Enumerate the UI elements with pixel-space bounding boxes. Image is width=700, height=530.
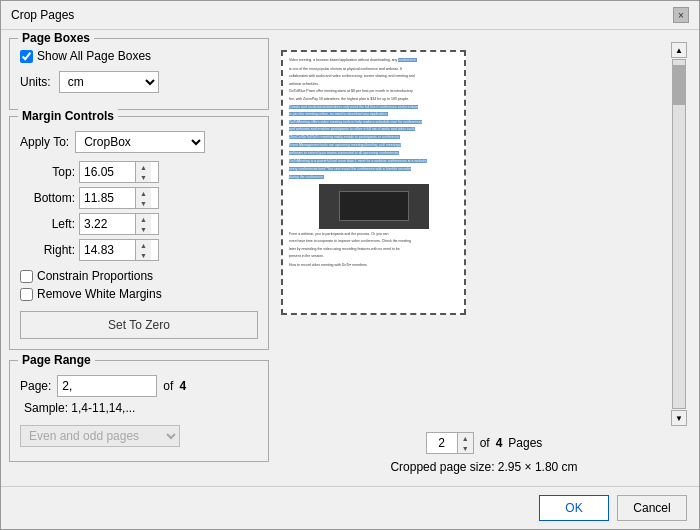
title-bar: Crop Pages × [1,1,699,30]
preview-container: Video meeting, a browser-based applicati… [281,50,466,315]
preview-area: Video meeting, a browser-based applicati… [281,42,687,426]
footer-buttons: OK Cancel [539,495,687,521]
page-nav-spinbox[interactable]: 2 ▲ ▼ [426,432,474,454]
left-spin-up[interactable]: ▲ [136,214,151,224]
page-input[interactable]: 2, [57,375,157,397]
bottom-spin-down[interactable]: ▼ [136,198,151,208]
page-nav-of: of [480,436,490,450]
cropped-size-row: Cropped page size: 2.95 × 1.80 cm [390,460,577,474]
remove-white-checkbox[interactable] [20,288,33,301]
dialog-title: Crop Pages [11,8,74,22]
crop-pages-dialog: Crop Pages × Page Boxes Show All Page Bo… [0,0,700,530]
page-row: Page: 2, of 4 [20,375,258,397]
page-nav-down[interactable]: ▼ [458,443,473,453]
cancel-button[interactable]: Cancel [617,495,687,521]
show-all-checkbox[interactable] [20,50,33,63]
top-label: Top: [20,165,75,179]
margin-grid: Top: 16.05 ▲ ▼ Bottom: 11.85 ▲ [20,161,258,261]
set-to-zero-button[interactable]: Set To Zero [20,311,258,339]
right-label: Right: [20,243,75,257]
cropped-size-value: 2.95 × 1.80 cm [498,460,578,474]
preview-page: Video meeting, a browser-based applicati… [283,52,464,313]
page-range-total: 4 [179,379,186,393]
show-all-row: Show All Page Boxes [20,49,258,63]
top-spin-down[interactable]: ▼ [136,172,151,182]
top-spinbox[interactable]: 16.05 ▲ ▼ [79,161,159,183]
bottom-input[interactable]: 11.85 [80,188,135,208]
close-button[interactable]: × [673,7,689,23]
left-spinbox[interactable]: 3.22 ▲ ▼ [79,213,159,235]
apply-to-page-row: Even and odd pages [20,419,258,447]
apply-to-row: Apply To: CropBox MediaBox BleedBox Trim… [20,131,258,153]
left-spin-down[interactable]: ▼ [136,224,151,234]
right-input[interactable]: 14.83 [80,240,135,260]
top-spin-up[interactable]: ▲ [136,162,151,172]
page-label: Page: [20,379,51,393]
right-spin-arrows[interactable]: ▲ ▼ [135,240,151,260]
preview-scrollbar[interactable]: ▲ ▼ [671,42,687,426]
pages-label: Pages [508,436,542,450]
page-nav-up[interactable]: ▲ [458,433,473,443]
constrain-checkbox[interactable] [20,270,33,283]
left-spin-arrows[interactable]: ▲ ▼ [135,214,151,234]
scroll-up-button[interactable]: ▲ [671,42,687,58]
top-input[interactable]: 16.05 [80,162,135,182]
apply-to-label: Apply To: [20,135,69,149]
constrain-label: Constrain Proportions [37,269,153,283]
right-panel: Video meeting, a browser-based applicati… [277,38,691,478]
units-row: Units: cm in mm pt [20,71,258,93]
bottom-spin-arrows[interactable]: ▲ ▼ [135,188,151,208]
left-input[interactable]: 3.22 [80,214,135,234]
right-spin-down[interactable]: ▼ [136,250,151,260]
units-label: Units: [20,75,51,89]
margin-controls-label: Margin Controls [18,109,118,123]
of-text: of [163,379,173,393]
page-nav-total: 4 [496,436,503,450]
page-nav-arrows[interactable]: ▲ ▼ [457,433,473,453]
right-spin-up[interactable]: ▲ [136,240,151,250]
page-navigation: 2 ▲ ▼ of 4 Pages [426,432,543,454]
left-label: Left: [20,217,75,231]
remove-white-row: Remove White Margins [20,287,258,301]
bottom-label: Bottom: [20,191,75,205]
page-range-label: Page Range [18,353,95,367]
scroll-track [672,59,686,409]
bottom-spin-up[interactable]: ▲ [136,188,151,198]
apply-to-page-select[interactable]: Even and odd pages [20,425,180,447]
right-spinbox[interactable]: 14.83 ▲ ▼ [79,239,159,261]
show-all-label: Show All Page Boxes [37,49,151,63]
bottom-spinbox[interactable]: 11.85 ▲ ▼ [79,187,159,209]
scroll-down-button[interactable]: ▼ [671,410,687,426]
margin-controls-group: Margin Controls Apply To: CropBox MediaB… [9,116,269,350]
cropped-size-label: Cropped page size: [390,460,494,474]
page-boxes-group: Page Boxes Show All Page Boxes Units: cm… [9,38,269,110]
sample-text: Sample: 1,4-11,14,... [24,401,258,415]
top-spin-arrows[interactable]: ▲ ▼ [135,162,151,182]
left-panel: Page Boxes Show All Page Boxes Units: cm… [9,38,269,478]
units-select[interactable]: cm in mm pt [59,71,159,93]
page-range-group: Page Range Page: 2, of 4 Sample: 1,4-11,… [9,360,269,462]
remove-white-label: Remove White Margins [37,287,162,301]
constrain-row: Constrain Proportions [20,269,258,283]
dialog-footer: OK Cancel [1,486,699,529]
dialog-body: Page Boxes Show All Page Boxes Units: cm… [1,30,699,486]
page-boxes-label: Page Boxes [18,31,94,45]
ok-button[interactable]: OK [539,495,609,521]
apply-to-select[interactable]: CropBox MediaBox BleedBox TrimBox ArtBox [75,131,205,153]
page-nav-input[interactable]: 2 [427,433,457,453]
